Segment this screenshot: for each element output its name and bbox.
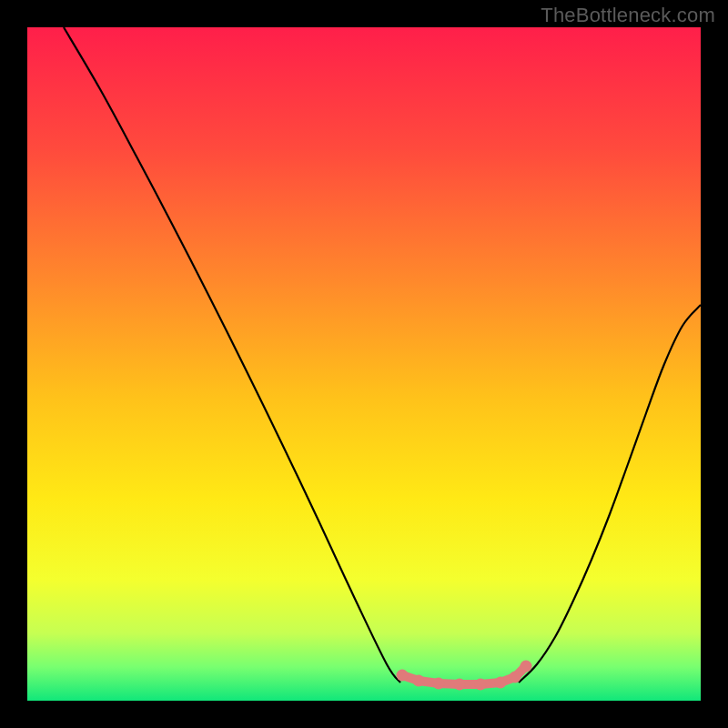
trough-marker-dot <box>510 672 521 683</box>
watermark-text: TheBottleneck.com <box>541 4 715 27</box>
plot-svg <box>27 27 701 701</box>
trough-marker-dot <box>475 679 487 691</box>
trough-marker-dot <box>433 678 445 690</box>
trough-marker-dot <box>413 675 425 687</box>
plot-area <box>27 27 701 701</box>
trough-marker-dot <box>495 677 507 689</box>
trough-marker-dot <box>521 661 532 672</box>
gradient-background <box>27 27 701 701</box>
outer-frame: TheBottleneck.com <box>0 0 728 728</box>
trough-marker-dot <box>397 670 409 682</box>
trough-marker-dot <box>454 679 466 691</box>
